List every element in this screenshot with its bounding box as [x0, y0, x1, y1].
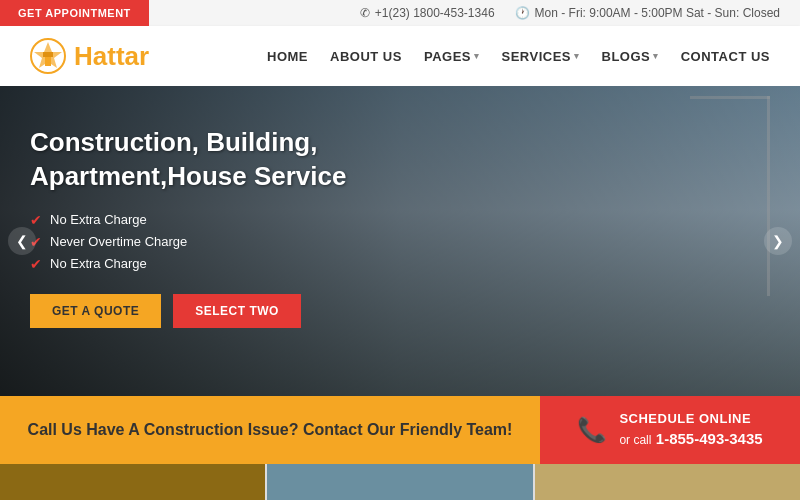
cta-left-text: Call Us Have A Construction Issue? Conta…	[0, 396, 540, 464]
nav-pages[interactable]: PAGES ▾	[424, 49, 480, 64]
nav-contact[interactable]: CONTACT US	[681, 49, 770, 64]
cta-call-line: or call 1-855-493-3435	[619, 428, 762, 450]
feature-2: ✔ Never Overtime Charge	[30, 234, 390, 250]
cta-bar: Call Us Have A Construction Issue? Conta…	[0, 396, 800, 464]
thumb-2[interactable]	[267, 464, 532, 500]
pages-arrow: ▾	[474, 51, 480, 61]
cta-right[interactable]: 📞 SCHEDULE ONLINE or call 1-855-493-3435	[540, 396, 800, 464]
hero-next-button[interactable]: ❯	[764, 227, 792, 255]
svg-rect-3	[43, 52, 53, 57]
check-icon-1: ✔	[30, 212, 42, 228]
appointment-cta[interactable]: GET APPOINTMENT	[0, 0, 149, 26]
nav-blogs[interactable]: BLOGS ▾	[602, 49, 659, 64]
contact-info: ✆ +1(23) 1800-453-1346 🕐 Mon - Fri: 9:00…	[360, 6, 780, 20]
services-arrow: ▾	[574, 51, 580, 61]
header: Hattar HOME ABOUT US PAGES ▾ SERVICES ▾ …	[0, 26, 800, 86]
feature-text-1: No Extra Charge	[50, 212, 147, 227]
hero-features: ✔ No Extra Charge ✔ Never Overtime Charg…	[30, 212, 390, 272]
nav-home[interactable]: HOME	[267, 49, 308, 64]
phone-info: ✆ +1(23) 1800-453-1346	[360, 6, 495, 20]
blogs-arrow: ▾	[653, 51, 659, 61]
logo-text: Hattar	[74, 41, 149, 72]
nav-about[interactable]: ABOUT US	[330, 49, 402, 64]
top-bar: GET APPOINTMENT ✆ +1(23) 1800-453-1346 🕐…	[0, 0, 800, 26]
hours-info: 🕐 Mon - Fri: 9:00AM - 5:00PM Sat - Sun: …	[515, 6, 780, 20]
bottom-thumbnails	[0, 464, 800, 500]
cta-right-content: SCHEDULE ONLINE or call 1-855-493-3435	[619, 410, 762, 451]
phone-icon: ✆	[360, 6, 370, 20]
get-quote-button[interactable]: GET A QUOTE	[30, 294, 161, 328]
cta-phone-icon: 📞	[577, 416, 607, 444]
business-hours: Mon - Fri: 9:00AM - 5:00PM Sat - Sun: Cl…	[535, 6, 780, 20]
cta-or-text: or call	[619, 433, 651, 447]
select-two-button[interactable]: SELECT TWO	[173, 294, 301, 328]
check-icon-3: ✔	[30, 256, 42, 272]
logo[interactable]: Hattar	[30, 38, 149, 74]
feature-1: ✔ No Extra Charge	[30, 212, 390, 228]
thumb-3[interactable]	[535, 464, 800, 500]
clock-icon: 🕐	[515, 6, 530, 20]
hero-buttons: GET A QUOTE SELECT TWO	[30, 294, 390, 328]
logo-icon	[30, 38, 66, 74]
phone-number: +1(23) 1800-453-1346	[375, 6, 495, 20]
hero-prev-button[interactable]: ❮	[8, 227, 36, 255]
hero-content: Construction, Building, Apartment,House …	[0, 86, 420, 368]
nav-services[interactable]: SERVICES ▾	[501, 49, 579, 64]
hero-title: Construction, Building, Apartment,House …	[30, 126, 390, 194]
hero-section: ❮ Construction, Building, Apartment,Hous…	[0, 86, 800, 396]
feature-text-2: Never Overtime Charge	[50, 234, 187, 249]
feature-text-3: No Extra Charge	[50, 256, 147, 271]
schedule-label: SCHEDULE ONLINE	[619, 410, 762, 428]
feature-3: ✔ No Extra Charge	[30, 256, 390, 272]
main-nav: HOME ABOUT US PAGES ▾ SERVICES ▾ BLOGS ▾…	[267, 49, 770, 64]
svg-rect-2	[45, 56, 51, 66]
cta-phone-number: 1-855-493-3435	[656, 430, 763, 447]
thumb-1[interactable]	[0, 464, 265, 500]
